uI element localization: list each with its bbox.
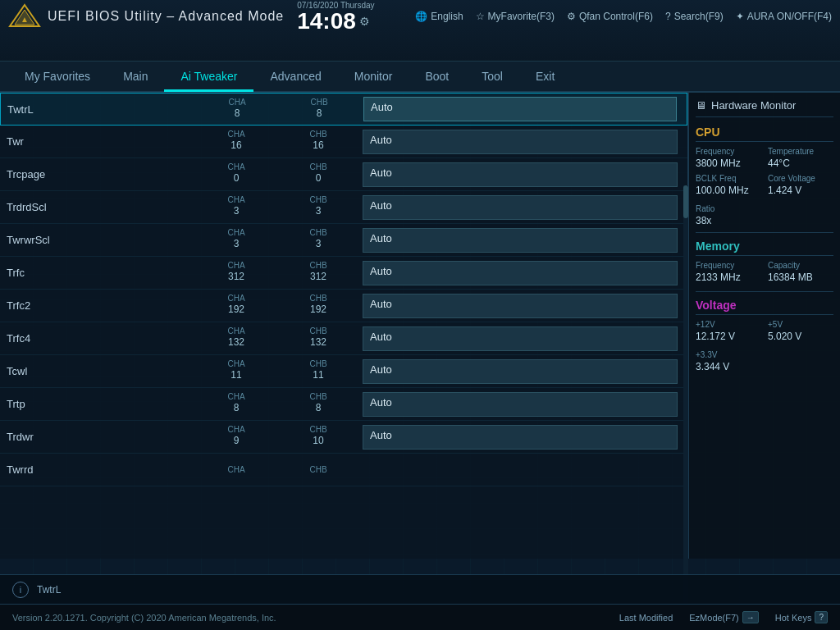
tab-advanced[interactable]: Advanced	[253, 63, 337, 92]
cha-cell: CHA 8	[196, 97, 278, 122]
header-controls: 🌐 English ☆ MyFavorite(F3) ⚙ Qfan Contro…	[415, 11, 832, 22]
status-text: TwtrL	[37, 584, 61, 596]
auto-dropdown[interactable]: Auto	[363, 294, 678, 318]
value-cell[interactable]: Auto	[359, 294, 681, 318]
table-row[interactable]: Tcwl CHA 11 CHB 11 Auto	[0, 355, 687, 388]
auto-dropdown[interactable]: Auto	[363, 392, 678, 417]
bclk-freq-label: BCLK Freq 100.00 MHz	[696, 174, 761, 198]
chb-cell: CHB	[277, 464, 359, 476]
value-cell[interactable]: Auto	[359, 392, 681, 417]
tab-ai-tweaker[interactable]: Ai Tweaker	[164, 63, 253, 92]
chb-cell: CHB 10	[277, 424, 359, 450]
time-display: 14:08	[297, 10, 356, 33]
mem-capacity-area: Capacity 16384 MB	[768, 261, 833, 285]
table-row[interactable]: Trtp CHA 8 CHB 8 Auto	[0, 388, 687, 421]
table-row[interactable]: Trfc2 CHA 192 CHB 192 Auto	[0, 290, 687, 322]
timing-name: Trfc	[7, 263, 195, 282]
ez-mode-button[interactable]: EzMode(F7) →	[689, 611, 759, 623]
value-cell[interactable]: Auto	[359, 195, 681, 220]
value-cell[interactable]: Auto	[359, 261, 681, 285]
auto-dropdown[interactable]: Auto	[363, 195, 678, 220]
chb-cell: CHB 312	[277, 260, 359, 285]
auto-dropdown[interactable]: Auto	[363, 326, 678, 351]
table-row[interactable]: Twrrd CHA CHB	[0, 454, 687, 486]
value-cell[interactable]: Auto	[359, 326, 681, 351]
auto-dropdown[interactable]: Auto	[363, 130, 678, 154]
timing-name: Trtp	[7, 395, 195, 413]
aura-control[interactable]: ✦ AURA ON/OFF(F4)	[736, 11, 832, 22]
settings-icon[interactable]: ⚙	[359, 15, 370, 28]
timing-name: TwtrL	[7, 100, 196, 119]
table-row[interactable]: TwtrL CHA 8 CHB 8 Auto	[0, 93, 687, 126]
datetime-area: 07/16/2020 Thursday 14:08 ⚙	[297, 1, 374, 33]
auto-dropdown[interactable]: Auto	[363, 261, 678, 285]
timing-name: Tcwl	[7, 362, 195, 381]
language-control[interactable]: 🌐 English	[415, 11, 463, 22]
cha-cell: CHA 312	[195, 260, 277, 285]
tab-favorites[interactable]: My Favorites	[8, 63, 107, 92]
copyright-text: Version 2.20.1271. Copyright (C) 2020 Am…	[12, 613, 276, 623]
cpu-temp-label: Temperature 44°C	[768, 147, 833, 171]
table-row[interactable]: Trdwr CHA 9 CHB 10 Auto	[0, 421, 687, 454]
auto-dropdown[interactable]: Auto	[363, 228, 678, 253]
tab-monitor[interactable]: Monitor	[338, 63, 409, 92]
cha-cell: CHA 11	[195, 358, 277, 384]
monitor-icon: 🖥	[696, 99, 706, 112]
timing-name: TrdrdScl	[7, 198, 195, 217]
hot-keys-button[interactable]: Hot Keys ?	[775, 611, 828, 623]
cha-cell: CHA 16	[195, 129, 277, 154]
value-cell[interactable]: Auto	[359, 359, 681, 384]
timing-name: Trfc4	[7, 329, 195, 348]
search-question-icon: ?	[665, 11, 671, 22]
chb-cell: CHB 132	[277, 326, 359, 351]
fan-icon: ⚙	[567, 11, 576, 22]
voltage-grid: +12V 12.172 V +5V 5.020 V	[696, 320, 833, 344]
auto-dropdown[interactable]: Auto	[363, 425, 678, 450]
hot-keys-icon: ?	[815, 611, 828, 623]
memory-section-title: Memory	[696, 240, 833, 256]
table-row[interactable]: Trfc CHA 312 CHB 312 Auto	[0, 257, 687, 290]
chb-cell: CHB 0	[277, 162, 359, 187]
value-cell[interactable]: Auto	[360, 97, 680, 121]
last-modified-button[interactable]: Last Modified	[619, 613, 673, 623]
chb-cell: CHB 8	[278, 97, 360, 122]
chb-cell: CHB 8	[277, 391, 359, 417]
cha-cell: CHA 9	[195, 424, 277, 450]
chb-cell: CHB 3	[277, 227, 359, 253]
cpu-ratio-area: Ratio 38x	[696, 204, 833, 228]
scroll-thumb[interactable]	[683, 185, 688, 218]
table-row[interactable]: Trfc4 CHA 132 CHB 132 Auto	[0, 322, 687, 355]
cpu-grid: Frequency 3800 MHz Temperature 44°C BCLK…	[696, 147, 833, 198]
divider	[696, 291, 833, 292]
memory-grid: Frequency 2133 MHz Capacity 16384 MB	[696, 261, 833, 285]
nav-bar: My Favorites Main Ai Tweaker Advanced Mo…	[0, 62, 840, 93]
svg-text:▲: ▲	[21, 15, 29, 24]
auto-dropdown[interactable]: Auto	[363, 97, 677, 121]
timing-name: Twrrd	[7, 460, 195, 479]
value-cell[interactable]: Auto	[359, 162, 681, 187]
value-cell[interactable]: Auto	[359, 228, 681, 253]
timing-table: TwtrL CHA 8 CHB 8 Auto Twr CHA 16 CHB 16	[0, 93, 688, 559]
scrollbar[interactable]	[683, 185, 688, 630]
tab-main[interactable]: Main	[107, 63, 164, 92]
tab-exit[interactable]: Exit	[519, 63, 571, 92]
value-cell[interactable]: Auto	[359, 130, 681, 154]
cha-cell: CHA 0	[195, 162, 277, 187]
qfan-control[interactable]: ⚙ Qfan Control(F6)	[567, 11, 653, 22]
auto-dropdown[interactable]: Auto	[363, 359, 678, 384]
bottom-bar: Version 2.20.1271. Copyright (C) 2020 Am…	[0, 604, 840, 630]
table-row[interactable]: TrdrdScl CHA 3 CHB 3 Auto	[0, 191, 687, 224]
cha-cell: CHA	[195, 464, 277, 476]
table-row[interactable]: TwrwrScl CHA 3 CHB 3 Auto	[0, 224, 687, 257]
tab-boot[interactable]: Boot	[409, 63, 465, 92]
myfavorite-control[interactable]: ☆ MyFavorite(F3)	[476, 11, 555, 22]
auto-dropdown[interactable]: Auto	[363, 162, 678, 187]
search-control[interactable]: ? Search(F9)	[665, 11, 724, 22]
table-row[interactable]: Twr CHA 16 CHB 16 Auto	[0, 126, 687, 158]
tab-tool[interactable]: Tool	[465, 63, 519, 92]
cpu-section-title: CPU	[696, 126, 833, 142]
info-badge[interactable]: i	[12, 582, 29, 598]
aura-icon: ✦	[736, 11, 744, 22]
table-row[interactable]: Trcpage CHA 0 CHB 0 Auto	[0, 158, 687, 191]
value-cell[interactable]: Auto	[359, 425, 681, 450]
